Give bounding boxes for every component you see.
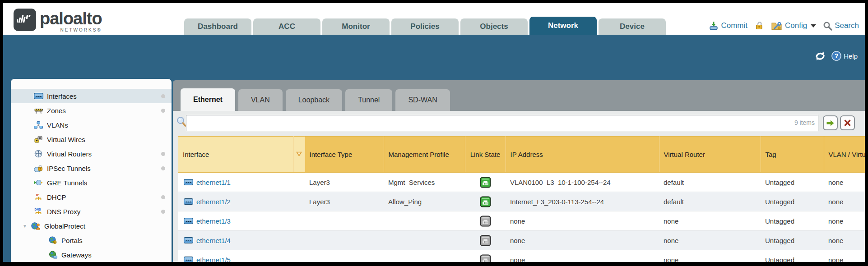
sidebar-item-dhcp[interactable]: IP DHCP [11, 190, 172, 204]
sort-dropdown-button[interactable] [293, 137, 305, 173]
dns-proxy-icon: DNS [33, 207, 43, 216]
link-state-up-icon [480, 196, 491, 207]
sidebar-item-label: Zones [47, 107, 66, 115]
cell-vlanwire: none [824, 250, 865, 262]
sidebar-item-ipsec-tunnels[interactable]: IPSec Tunnels [11, 161, 172, 175]
gre-tunnels-icon [33, 179, 43, 186]
sidebar-item-gateways[interactable]: Gateways [11, 248, 172, 262]
cell-vrouter: none [659, 211, 761, 231]
table-row[interactable]: ethernet1/3 none none Untagged none [178, 211, 865, 231]
cell-mgmt: Mgmt_Services [384, 173, 465, 192]
search-button[interactable]: Search [823, 21, 859, 31]
commit-button[interactable]: Commit [709, 21, 747, 31]
interface-icon [184, 179, 193, 185]
tab-policies[interactable]: Policies [391, 18, 459, 35]
col-link-state[interactable]: Link State [465, 137, 506, 173]
expander-triangle-icon[interactable]: ▼ [23, 224, 30, 229]
tab-ethernet[interactable]: Ethernet [181, 88, 235, 111]
tab-objects[interactable]: Objects [460, 18, 528, 35]
config-menu-button[interactable]: Config [771, 21, 816, 31]
interface-icon [184, 237, 193, 243]
sidebar-item-vlans[interactable]: VLANs [11, 118, 172, 132]
red-x-icon [844, 119, 851, 127]
link-state-down-icon [480, 254, 491, 262]
green-arrow-icon [826, 119, 835, 127]
sidebar-item-globalprotect[interactable]: ▼ GlobalProtect [11, 219, 172, 233]
tab-device[interactable]: Device [599, 18, 666, 35]
tab-monitor[interactable]: Monitor [322, 18, 390, 35]
cell-type: Layer3 [305, 192, 384, 211]
tab-acc[interactable]: ACC [253, 18, 320, 35]
band-toolbar: ? Help [814, 50, 858, 62]
tab-tunnel[interactable]: Tunnel [345, 89, 392, 111]
col-ip-address[interactable]: IP Address [506, 137, 659, 173]
logo-wordmark: paloalto [40, 9, 102, 28]
interface-link[interactable]: ethernet1/1 [196, 179, 231, 186]
interface-link[interactable]: ethernet1/2 [196, 198, 231, 206]
table-row[interactable]: ethernet1/4 none none Untagged none [178, 231, 865, 250]
lock-button[interactable] [754, 21, 764, 31]
status-dot [161, 152, 165, 156]
cell-mgmt [384, 211, 465, 231]
help-icon: ? [831, 50, 842, 61]
col-virtual-router[interactable]: Virtual Router [659, 137, 761, 173]
cell-ip: none [506, 231, 659, 250]
sidebar-item-dns-proxy[interactable]: DNS DNS Proxy [11, 204, 172, 219]
tab-loopback[interactable]: Loopback [286, 89, 342, 111]
refresh-icon[interactable] [814, 50, 826, 62]
main-content: Ethernet VLAN Loopback Tunnel SD-WAN 9 i… [173, 80, 865, 262]
sidebar-item-zones[interactable]: Zones [11, 103, 172, 118]
col-tag[interactable]: Tag [761, 137, 824, 173]
sidebar-item-label: DHCP [47, 193, 66, 201]
clear-filter-button[interactable] [840, 115, 855, 130]
lock-icon [754, 21, 764, 31]
search-label: Search [835, 21, 859, 30]
table-row[interactable]: ethernet1/5 none none Untagged none [178, 250, 865, 262]
main-nav-tabs: Dashboard ACC Monitor Policies Objects N… [184, 17, 666, 35]
vlans-icon [33, 121, 43, 129]
interface-link[interactable]: ethernet1/5 [196, 256, 231, 262]
col-interface[interactable]: Interface [178, 137, 293, 173]
interface-link[interactable]: ethernet1/3 [196, 217, 231, 225]
sidebar-item-label: GlobalProtect [44, 222, 85, 230]
cell-type: Layer3 [305, 173, 384, 192]
sidebar-item-label: Gateways [61, 251, 92, 259]
config-icon [771, 21, 783, 31]
ethernet-panel: 9 items Interface [173, 111, 865, 262]
interfaces-icon [33, 93, 43, 99]
tab-vlan[interactable]: VLAN [238, 89, 283, 111]
col-vlan-virtual-wire[interactable]: VLAN / Virtual Wire [824, 137, 865, 173]
svg-text:DNS: DNS [35, 208, 41, 211]
config-label: Config [785, 21, 807, 30]
col-management-profile[interactable]: Management Profile [384, 137, 465, 173]
tab-network[interactable]: Network [529, 17, 597, 35]
help-label: Help [844, 52, 858, 60]
sidebar-item-virtual-wires[interactable]: Virtual Wires [11, 132, 172, 147]
status-dot [161, 166, 165, 170]
cell-vrouter: default [659, 192, 761, 211]
table-row[interactable]: ethernet1/2 Layer3 Allow_Ping Internet_L… [178, 192, 865, 211]
table-row[interactable]: ethernet1/1 Layer3 Mgmt_Services VLAN010… [178, 173, 865, 192]
help-button[interactable]: ? Help [831, 50, 858, 61]
interface-link[interactable]: ethernet1/4 [196, 237, 231, 244]
tab-dashboard[interactable]: Dashboard [184, 18, 251, 35]
cell-type [305, 250, 384, 262]
apply-filter-button[interactable] [823, 115, 838, 130]
col-interface-type[interactable]: Interface Type [305, 137, 384, 173]
cell-vlanwire: none [824, 192, 865, 211]
filter-input[interactable] [186, 115, 818, 131]
commit-label: Commit [721, 21, 747, 30]
logo-text: paloalto NETWORKS® [40, 9, 102, 32]
sidebar-item-gre-tunnels[interactable]: GRE Tunnels [11, 175, 172, 190]
tab-sdwan[interactable]: SD-WAN [395, 89, 450, 111]
status-dot [161, 109, 165, 113]
sidebar-item-label: Portals [61, 237, 83, 244]
cell-tag: Untagged [761, 250, 824, 262]
sidebar-item-portals[interactable]: Portals [11, 233, 172, 248]
cell-mgmt [384, 250, 465, 262]
filter-search-icon [176, 116, 186, 129]
sidebar-item-virtual-routers[interactable]: Virtual Routers [11, 147, 172, 161]
virtual-routers-icon [33, 150, 43, 158]
sidebar-item-interfaces[interactable]: Interfaces [11, 89, 172, 103]
cell-type [305, 211, 384, 231]
